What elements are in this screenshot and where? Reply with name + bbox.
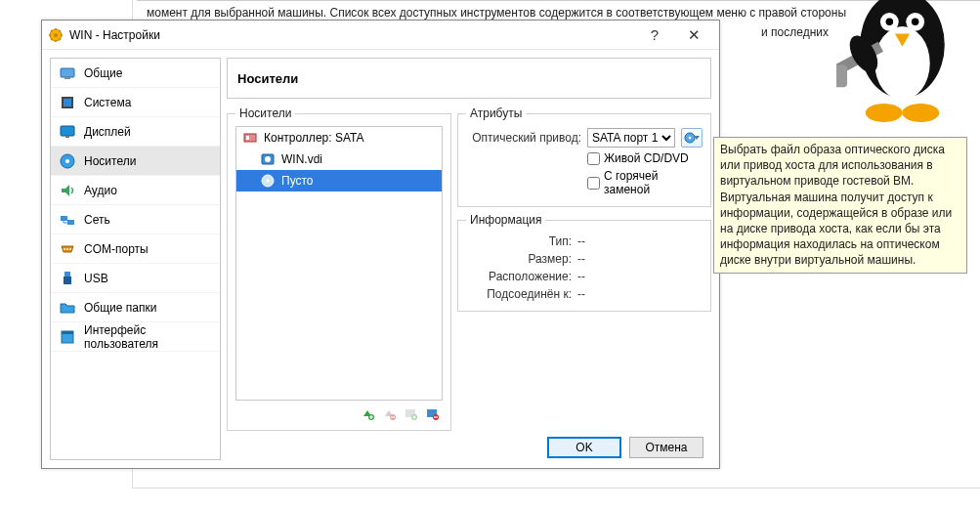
choose-disk-button[interactable] [681, 128, 703, 148]
information-legend: Информация [466, 213, 545, 227]
sidebar-item-label: Аудио [84, 184, 117, 197]
svg-rect-29 [64, 276, 71, 284]
svg-point-4 [886, 19, 894, 26]
svg-rect-31 [62, 331, 73, 334]
display-icon [59, 123, 76, 141]
info-attached-label: Подсоединён к: [466, 287, 572, 301]
information-group: Информация Тип:-- Размер:-- Расположение… [457, 213, 711, 312]
svg-rect-28 [64, 272, 70, 276]
general-icon [59, 64, 76, 82]
sidebar-item-label: Интерфейс пользователя [84, 323, 212, 351]
background-side-text: и последних [761, 25, 829, 39]
sidebar-item-system[interactable]: Система [51, 88, 220, 117]
svg-point-37 [266, 179, 269, 182]
audio-icon [59, 182, 76, 199]
svg-rect-15 [64, 77, 70, 79]
tree-disk-label: WIN.vdi [281, 152, 322, 166]
sidebar-item-label: Сеть [84, 213, 110, 227]
dialog-title: WIN - Настройки [69, 28, 635, 42]
info-location-label: Расположение: [466, 270, 572, 283]
svg-point-45 [688, 137, 691, 140]
optical-drive-label: Оптический привод: [466, 131, 581, 145]
svg-rect-10 [836, 65, 847, 88]
sidebar-item-display[interactable]: Дисплей [51, 117, 220, 147]
sidebar-item-serial[interactable]: COM-порты [51, 234, 220, 264]
svg-point-27 [69, 248, 71, 250]
svg-rect-32 [244, 134, 256, 142]
sidebar-item-usb[interactable]: USB [51, 264, 220, 293]
info-size-value: -- [572, 252, 585, 266]
cancel-button[interactable]: Отмена [629, 437, 703, 458]
sidebar-item-label: Дисплей [84, 125, 131, 139]
info-location-value: -- [572, 270, 585, 283]
svg-point-8 [903, 104, 940, 122]
titlebar: WIN - Настройки ? ✕ [42, 21, 719, 50]
sidebar-item-label: Носители [84, 154, 136, 168]
sidebar-item-storage[interactable]: Носители [51, 147, 220, 176]
ui-icon [59, 328, 76, 346]
close-button[interactable]: ✕ [674, 22, 713, 48]
sidebar-item-label: Общие [84, 66, 122, 80]
storage-tree[interactable]: Контроллер: SATA WIN.vdi Пусто [235, 126, 443, 401]
svg-rect-14 [61, 68, 74, 77]
sidebar-item-audio[interactable]: Аудио [51, 176, 220, 205]
tree-toolbar [235, 401, 443, 422]
settings-sidebar: Общие Система Дисплей Носители Аудио Сет… [50, 58, 221, 460]
controller-icon [242, 130, 258, 146]
svg-rect-19 [65, 136, 69, 138]
help-button[interactable]: ? [635, 22, 674, 48]
panel-title: Носители [237, 71, 298, 86]
folder-icon [59, 299, 76, 317]
svg-rect-23 [61, 216, 67, 221]
network-icon [59, 211, 76, 229]
tree-optical-item[interactable]: Пусто [236, 170, 442, 191]
tree-disk-item[interactable]: WIN.vdi [236, 149, 442, 170]
svg-point-5 [912, 19, 919, 26]
sidebar-item-ui[interactable]: Интерфейс пользователя [51, 322, 220, 352]
storage-tree-group: Носители Контроллер: SATA WIN.vdi [227, 106, 451, 431]
storage-icon [59, 152, 76, 170]
hotplug-checkbox[interactable] [587, 177, 600, 190]
add-attachment-button[interactable] [402, 404, 419, 422]
info-type-value: -- [572, 234, 585, 248]
hotplug-label: С горячей заменой [604, 169, 703, 196]
svg-rect-33 [246, 136, 249, 140]
tree-optical-label: Пусто [281, 174, 314, 188]
sidebar-item-general[interactable]: Общие [51, 59, 220, 88]
penguin-mascot [836, 0, 968, 137]
serial-icon [59, 240, 76, 258]
panel-header: Носители [227, 58, 711, 99]
sidebar-item-label: Система [84, 96, 131, 109]
tree-controller-label: Контроллер: SATA [264, 131, 363, 145]
hdd-icon [260, 151, 276, 167]
remove-attachment-button[interactable] [423, 404, 441, 422]
info-size-label: Размер: [466, 252, 572, 266]
svg-point-25 [64, 248, 65, 250]
attributes-legend: Атрибуты [466, 106, 526, 120]
remove-controller-button[interactable] [380, 404, 398, 422]
usb-icon [59, 270, 76, 287]
attributes-group: Атрибуты Оптический привод: SATA порт 1 [457, 106, 711, 207]
svg-rect-17 [64, 99, 71, 106]
cd-icon [260, 173, 276, 189]
add-controller-button[interactable] [359, 404, 376, 422]
optical-drive-select[interactable]: SATA порт 1 [587, 128, 675, 148]
sidebar-item-label: Общие папки [84, 301, 156, 315]
info-attached-value: -- [572, 287, 585, 301]
live-cd-checkbox[interactable] [587, 152, 600, 165]
choose-disk-tooltip: Выбрать файл образа оптического диска ил… [713, 137, 967, 274]
svg-point-7 [866, 104, 903, 122]
sidebar-item-shared-folders[interactable]: Общие папки [51, 293, 220, 322]
info-type-label: Тип: [466, 234, 572, 248]
tree-controller[interactable]: Контроллер: SATA [236, 127, 442, 149]
sidebar-item-network[interactable]: Сеть [51, 205, 220, 234]
svg-point-13 [54, 33, 58, 37]
svg-point-26 [66, 248, 68, 250]
sidebar-item-label: COM-порты [84, 242, 149, 256]
svg-point-21 [65, 159, 69, 163]
app-icon [48, 27, 64, 43]
svg-point-35 [265, 156, 271, 162]
svg-rect-18 [61, 126, 74, 136]
storage-tree-legend: Носители [235, 106, 295, 120]
ok-button[interactable]: OK [547, 437, 621, 458]
